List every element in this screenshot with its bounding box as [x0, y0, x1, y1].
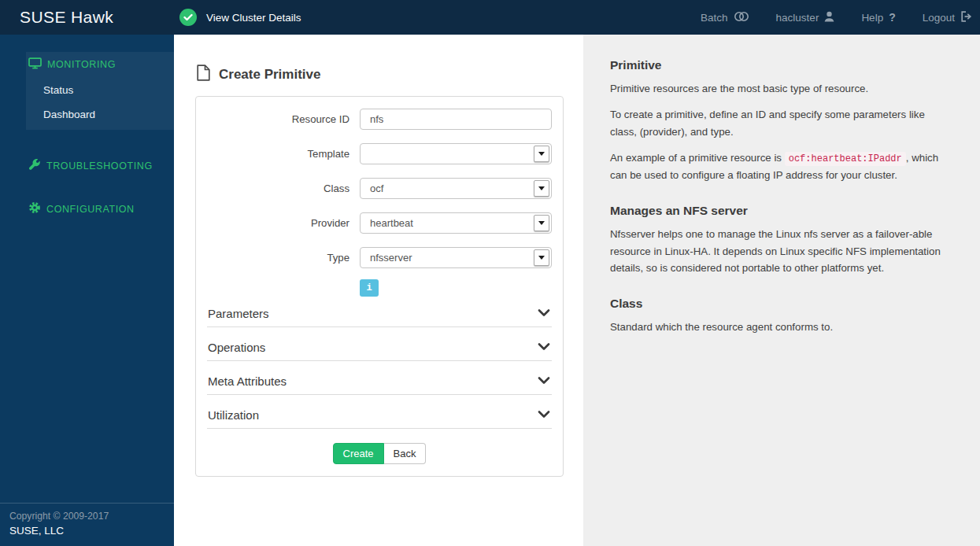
- document-icon: [197, 65, 210, 85]
- sidebar-item-status[interactable]: Status: [28, 72, 174, 96]
- top-bar: SUSE Hawk View Cluster Details Batch hac…: [0, 0, 980, 35]
- batch-label: Batch: [701, 12, 728, 24]
- form-actions: Create Back: [207, 443, 552, 464]
- dropdown-arrow-icon: [534, 249, 549, 266]
- code-snippet: ocf:heartbeat:IPaddr: [785, 152, 906, 166]
- chevron-down-icon: [538, 408, 550, 422]
- cluster-healthy-check-icon: [179, 9, 197, 26]
- sidebar-footer: Copyright © 2009-2017 SUSE, LLC: [0, 503, 174, 546]
- template-row: Template: [207, 143, 552, 164]
- help-section-class: Class Standard which the resource agent …: [610, 297, 944, 335]
- template-label: Template: [207, 148, 360, 160]
- sidebar-item-dashboard[interactable]: Dashboard: [28, 96, 174, 120]
- help-label: Help: [861, 12, 883, 24]
- app-window: SUSE Hawk View Cluster Details Batch hac…: [0, 0, 980, 546]
- monitor-icon: [28, 57, 42, 72]
- troubleshooting-label: TROUBLESHOOTING: [46, 160, 153, 172]
- batch-menu-item[interactable]: Batch: [701, 11, 749, 24]
- help-paragraph: Standard which the resource agent confor…: [610, 319, 944, 335]
- sidebar-nav: MONITORING Status Dashboard TROUBLESHOOT…: [0, 35, 174, 216]
- configuration-label: CONFIGURATION: [46, 204, 135, 215]
- copyright-text: Copyright © 2009-2017: [9, 511, 165, 522]
- create-primitive-form: Resource ID Template Class ocf: [195, 96, 564, 477]
- main-content: Create Primitive Resource ID Template Cl…: [174, 35, 583, 546]
- back-button[interactable]: Back: [384, 443, 427, 464]
- sidebar: MONITORING Status Dashboard TROUBLESHOOT…: [0, 35, 174, 546]
- page-title-label: Create Primitive: [219, 67, 320, 83]
- type-select[interactable]: nfsserver: [360, 247, 552, 268]
- logout-label: Logout: [923, 12, 955, 24]
- view-cluster-details-label: View Cluster Details: [206, 12, 301, 24]
- type-label: Type: [207, 252, 360, 264]
- accordion-utilization[interactable]: Utilization: [207, 395, 552, 429]
- resource-id-row: Resource ID: [207, 109, 552, 130]
- dropdown-arrow-icon: [534, 215, 549, 231]
- help-heading: Class: [610, 297, 944, 311]
- accordion-meta-attributes[interactable]: Meta Attributes: [207, 361, 552, 395]
- help-heading: Primitive: [610, 58, 944, 72]
- class-select[interactable]: ocf: [360, 178, 552, 199]
- parameters-label: Parameters: [208, 307, 269, 320]
- logout-menu-item[interactable]: Logout: [923, 11, 972, 24]
- chevron-down-icon: [538, 374, 550, 388]
- sidebar-item-configuration[interactable]: CONFIGURATION: [0, 201, 174, 216]
- chevron-down-icon: [538, 306, 550, 320]
- class-select-value: ocf: [361, 183, 383, 194]
- wrench-icon: [28, 158, 41, 173]
- company-text: SUSE, LLC: [9, 525, 165, 537]
- app-logo: SUSE Hawk: [0, 8, 174, 27]
- sidebar-section-monitoring: MONITORING Status Dashboard: [26, 52, 174, 130]
- resource-id-label: Resource ID: [207, 113, 360, 125]
- page-title: Create Primitive: [197, 65, 564, 85]
- view-cluster-details-link[interactable]: View Cluster Details: [179, 9, 301, 26]
- logout-icon: [960, 11, 972, 24]
- dropdown-arrow-icon: [534, 146, 549, 162]
- type-select-value: nfsserver: [361, 252, 412, 264]
- utilization-label: Utilization: [208, 408, 259, 422]
- meta-attributes-label: Meta Attributes: [208, 374, 287, 388]
- agent-info-button[interactable]: i: [360, 279, 379, 297]
- accordion-parameters[interactable]: Parameters: [207, 297, 552, 327]
- accordion-operations[interactable]: Operations: [207, 327, 552, 361]
- provider-select-value: heartbeat: [361, 217, 413, 229]
- provider-label: Provider: [207, 217, 360, 229]
- help-paragraph: Nfsserver helps one to manage the Linux …: [610, 226, 944, 276]
- help-text: An example of a primitive resource is: [610, 152, 785, 164]
- help-section-primitive: Primitive Primitive resources are the mo…: [610, 58, 944, 183]
- help-menu-item[interactable]: Help ?: [861, 11, 895, 24]
- create-button[interactable]: Create: [333, 443, 384, 464]
- provider-row: Provider heartbeat: [207, 212, 552, 234]
- provider-select[interactable]: heartbeat: [360, 212, 552, 234]
- type-row: Type nfsserver: [207, 247, 552, 268]
- operations-label: Operations: [208, 341, 265, 354]
- help-section-agent: Manages an NFS server Nfsserver helps on…: [610, 204, 944, 276]
- gear-icon: [28, 201, 41, 216]
- username-label: hacluster: [776, 12, 819, 24]
- class-label: Class: [207, 183, 360, 194]
- sidebar-item-monitoring[interactable]: MONITORING: [28, 57, 174, 72]
- user-icon: [824, 11, 834, 24]
- question-icon: ?: [889, 11, 896, 24]
- help-paragraph: An example of a primitive resource is oc…: [610, 149, 944, 183]
- help-heading: Manages an NFS server: [610, 204, 944, 218]
- class-row: Class ocf: [207, 178, 552, 199]
- template-select[interactable]: [360, 143, 552, 164]
- batch-toggle-icon: [734, 11, 749, 24]
- chevron-down-icon: [538, 340, 550, 354]
- top-nav: Batch hacluster Help ? Logout: [701, 11, 980, 24]
- sidebar-item-troubleshooting[interactable]: TROUBLESHOOTING: [0, 158, 174, 173]
- help-panel: Primitive Primitive resources are the mo…: [583, 35, 980, 546]
- agent-info-row: i: [360, 279, 552, 297]
- resource-id-input[interactable]: [360, 109, 552, 130]
- user-menu-item[interactable]: hacluster: [776, 11, 835, 24]
- dropdown-arrow-icon: [534, 180, 549, 197]
- help-paragraph: To create a primitive, define an ID and …: [610, 106, 944, 140]
- monitoring-label: MONITORING: [47, 59, 116, 70]
- help-paragraph: Primitive resources are the most basic t…: [610, 80, 944, 97]
